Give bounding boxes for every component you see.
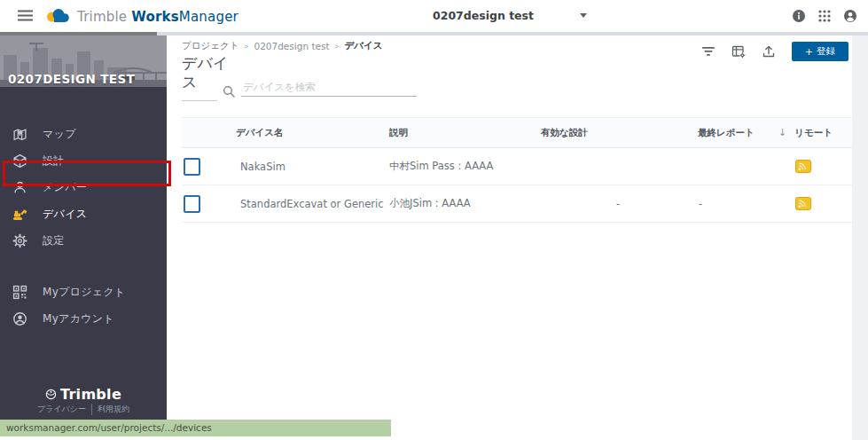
project-selector-label: 0207design test: [433, 9, 534, 22]
device-name-cell: StandardExcavat or Generic: [211, 198, 386, 210]
sidebar-item-label: Myプロジェクト: [43, 285, 126, 300]
user-account-icon[interactable]: [843, 9, 857, 23]
sidebar: 0207DESIGN TEST マップ 設計: [0, 35, 167, 420]
terms-link[interactable]: 利用規約: [98, 404, 129, 415]
remote-icon[interactable]: [795, 197, 811, 210]
brand-text: Trimble WorksManager: [77, 9, 239, 25]
row-checkbox[interactable]: [184, 158, 200, 176]
qr-grid-icon: [12, 285, 27, 300]
app-window: Trimble WorksManager 0207design test: [0, 0, 868, 440]
sidebar-item-label: 設定: [43, 233, 65, 248]
table-row[interactable]: StandardExcavat or Generic 小池JSim : AAAA…: [182, 185, 853, 223]
project-selector-dropdown[interactable]: 0207design test: [433, 9, 587, 22]
sidebar-footer: Trimble プライバシー 利用規約: [0, 386, 167, 415]
last-report-cell: -: [693, 198, 773, 210]
browser-status-url: worksmanager.com/user/projects/.../devic…: [0, 420, 391, 436]
remote-icon[interactable]: [795, 160, 811, 173]
search-icon: [223, 84, 235, 97]
sidebar-item-label: デバイス: [43, 207, 87, 222]
design-cube-icon: [12, 153, 27, 169]
sidebar-item-label: メンバー: [43, 180, 87, 195]
breadcrumb-devices: デバイス: [345, 40, 383, 52]
plus-icon: +: [805, 46, 813, 57]
sidebar-item-label: Myアカウント: [43, 311, 114, 326]
nav-divider-gap: [0, 254, 167, 279]
register-device-button[interactable]: + 登録: [792, 42, 848, 61]
info-icon[interactable]: [792, 9, 806, 23]
gear-icon: [12, 233, 27, 248]
main-content: プロジェクト ＞ 0207design test ＞ デバイス: [167, 35, 852, 440]
breadcrumb: プロジェクト ＞ 0207design test ＞ デバイス: [182, 40, 383, 52]
sidebar-item-devices[interactable]: デバイス: [0, 200, 167, 227]
toolbar-actions: + 登録: [701, 42, 848, 61]
project-hero-image: 0207DESIGN TEST: [0, 35, 167, 87]
title-underline: [182, 100, 217, 101]
column-header-last-report[interactable]: 最終レポート: [693, 127, 773, 139]
scrollbar-track[interactable]: [852, 35, 868, 440]
chevron-down-icon: [580, 13, 587, 18]
device-description-cell: 小池JSim : AAAA: [386, 197, 539, 210]
breadcrumb-separator: ＞: [333, 41, 341, 52]
sidebar-project-title: 0207DESIGN TEST: [8, 72, 135, 86]
trimble-footer-logo: Trimble: [0, 386, 167, 403]
remote-cell: [773, 160, 853, 173]
devices-table: デバイス名 説明 有効な設計 最終レポート ↓ リモート NakaSim 中村S…: [182, 117, 853, 223]
register-button-label: 登録: [817, 45, 835, 58]
map-icon: [12, 127, 27, 142]
breadcrumb-project-name[interactable]: 0207design test: [254, 41, 329, 51]
sidebar-item-design[interactable]: 設計: [0, 147, 167, 174]
sidebar-item-my-account[interactable]: Myアカウント: [0, 305, 167, 332]
sidebar-nav: マップ 設計 メンバー: [0, 121, 167, 332]
app-grid-icon[interactable]: [817, 9, 832, 23]
breadcrumb-projects[interactable]: プロジェクト: [182, 40, 239, 52]
breadcrumb-separator: ＞: [242, 41, 250, 52]
search-input[interactable]: [241, 79, 417, 97]
excavator-icon: [12, 207, 27, 222]
sidebar-item-map[interactable]: マップ: [0, 121, 167, 147]
row-checkbox[interactable]: [184, 195, 200, 213]
sort-descending-icon[interactable]: ↓: [778, 127, 786, 138]
column-settings-icon[interactable]: [731, 44, 746, 59]
filter-icon[interactable]: [701, 44, 716, 59]
device-description-cell: 中村Sim Pass : AAAA: [386, 160, 539, 173]
footer-link-divider: [91, 404, 92, 415]
trimble-cloud-icon: [44, 6, 71, 28]
sidebar-item-label: マップ: [43, 127, 76, 142]
sidebar-item-label: 設計: [43, 153, 65, 169]
members-icon: [12, 180, 27, 195]
privacy-link[interactable]: プライバシー: [37, 404, 86, 415]
remote-cell: [773, 197, 853, 210]
column-header-description[interactable]: 説明: [386, 127, 539, 139]
trimble-worksmanager-logo[interactable]: Trimble WorksManager: [44, 6, 239, 28]
export-icon[interactable]: [762, 44, 776, 59]
column-header-active-design[interactable]: 有効な設計: [539, 127, 693, 139]
sidebar-item-members[interactable]: メンバー: [0, 174, 167, 200]
top-bar: Trimble WorksManager 0207design test: [0, 0, 868, 32]
account-icon: [12, 311, 27, 326]
trimble-sextant-icon: [45, 389, 57, 400]
column-header-remote[interactable]: リモート: [794, 127, 833, 139]
table-row[interactable]: NakaSim 中村Sim Pass : AAAA: [182, 148, 853, 185]
device-search: [223, 79, 417, 97]
sidebar-item-settings[interactable]: 設定: [0, 227, 167, 254]
table-header-row: デバイス名 説明 有効な設計 最終レポート ↓ リモート: [182, 117, 853, 148]
sidebar-item-my-projects[interactable]: Myプロジェクト: [0, 279, 167, 305]
column-header-device-name[interactable]: デバイス名: [211, 127, 386, 139]
device-name-cell: NakaSim: [211, 161, 386, 173]
trimble-footer-wordmark: Trimble: [60, 386, 121, 403]
active-design-cell: -: [539, 198, 693, 210]
hamburger-menu-icon[interactable]: [18, 9, 33, 22]
